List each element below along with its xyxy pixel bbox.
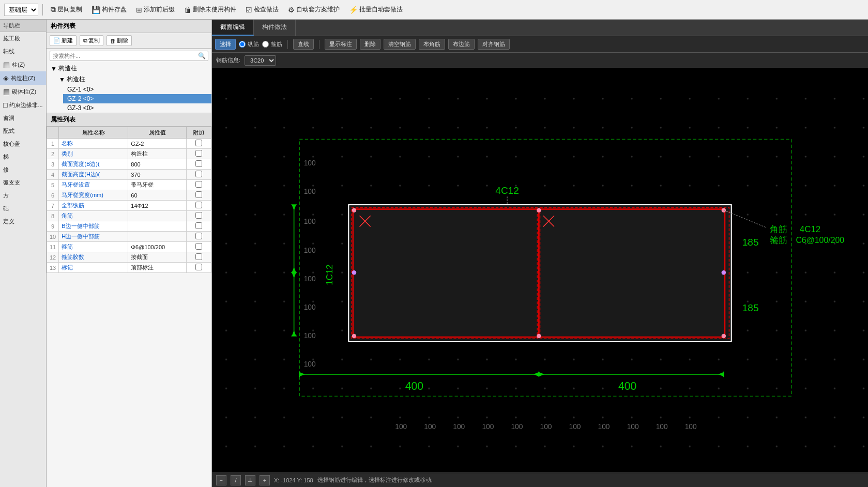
rebar-select[interactable]: 3C20 [245, 55, 276, 66]
check-method-btn[interactable]: ☑ 检查做法 [242, 4, 282, 16]
prop-row-name[interactable]: 类别 [59, 149, 128, 159]
status-perp-btn[interactable]: ⊥ [245, 475, 255, 485]
svg-text:100: 100 [598, 423, 610, 431]
copy-component-btn[interactable]: ⧉ 复制 [80, 35, 103, 46]
batch-auto-btn[interactable]: ⚡ 批量自动套做法 [345, 4, 406, 16]
prop-row-name[interactable]: 全部纵筋 [59, 201, 128, 211]
prop-row-value[interactable]: 带马牙槎 [128, 180, 186, 190]
main-canvas-svg: 400 400 185 185 4C12 角筋 箍筋 4C12 C6@100/2… [212, 68, 868, 473]
canvas-area: 截面编辑 构件做法 选择 纵筋 箍筋 直线 显示标注 删除 清空钢筋 布角筋 布… [212, 20, 868, 487]
stirrup-radio[interactable] [262, 41, 269, 48]
tree-node-construct-root[interactable]: ▼ 构造柱 [47, 63, 211, 74]
prop-row-checkbox[interactable] [186, 263, 211, 273]
prop-row-name[interactable]: B边一侧中部筋 [59, 221, 128, 232]
prop-row-name[interactable]: 角筋 [59, 211, 128, 221]
prop-row-name[interactable]: 马牙槎宽度(mm) [59, 190, 128, 201]
sidebar-item-masonry-column[interactable]: ▦ 砌体柱(Z) [0, 85, 46, 98]
status-line-btn[interactable]: / [231, 475, 241, 485]
status-corner-btn[interactable]: ⌐ [216, 475, 226, 485]
delete-component-btn[interactable]: 🗑 删除 [106, 35, 132, 46]
sidebar-item-core-cap[interactable]: 核心盖 [0, 138, 46, 150]
svg-text:100: 100 [304, 332, 316, 340]
delete-unused-btn[interactable]: 🗑 删除未使用构件 [180, 4, 240, 16]
prop-row-name[interactable]: 标记 [59, 263, 128, 273]
sidebar-item-config[interactable]: 配式 [0, 125, 46, 138]
layer-select[interactable]: 基础层 [4, 4, 38, 16]
svg-text:100: 100 [304, 188, 316, 195]
prop-row-value[interactable]: GZ-2 [128, 139, 186, 149]
prop-row-value[interactable] [128, 211, 186, 221]
prop-row-value[interactable]: 构造柱 [128, 149, 186, 159]
sidebar-item-column[interactable]: ▦ 柱(Z) [0, 58, 46, 71]
sidebar-item-constraint-edge[interactable]: □ 约束边缘非... [0, 98, 46, 112]
delete-tool-btn[interactable]: 删除 [360, 39, 380, 50]
line-tool-btn[interactable]: 直线 [293, 39, 314, 50]
sidebar-item-definition[interactable]: 定义 [0, 215, 46, 228]
canvas-tools-bar: 选择 纵筋 箍筋 直线 显示标注 删除 清空钢筋 布角筋 布边筋 对齐钢筋 [212, 36, 868, 53]
select-tool-btn[interactable]: 选择 [215, 39, 236, 50]
search-input[interactable] [50, 51, 196, 60]
sidebar-config-label: 配式 [3, 127, 14, 135]
sidebar-square-label: 方 [3, 192, 9, 200]
prop-row-value[interactable]: 370 [128, 170, 186, 180]
tree-node-gz3[interactable]: GZ-3 <0> [63, 103, 211, 113]
prop-row-checkbox[interactable] [186, 221, 211, 232]
sidebar-item-repair[interactable]: 修 [0, 163, 46, 176]
prop-row-value[interactable] [128, 232, 186, 242]
sidebar-item-support[interactable]: 弧支支 [0, 176, 46, 189]
floor-copy-btn[interactable]: ⧉ 层间复制 [47, 4, 86, 16]
component-list-title: 构件列表 [47, 20, 211, 33]
auto-scheme-btn[interactable]: ⚙ 自动套方案维护 [284, 4, 343, 16]
prop-row-name[interactable]: 截面宽度(B边)( [59, 159, 128, 170]
add-prefix-btn[interactable]: ⊞ 添加前后缀 [132, 4, 178, 16]
prop-row-value[interactable]: 顶部标注 [128, 263, 186, 273]
prop-row-value[interactable] [128, 221, 186, 232]
tab-section-edit[interactable]: 截面编辑 [212, 20, 254, 36]
prop-row-name[interactable]: 箍筋 [59, 242, 128, 252]
check-method-label: 检查做法 [254, 5, 279, 14]
prop-row-value[interactable]: 60 [128, 190, 186, 201]
tree-node-construct-sub[interactable]: ▼ 构造柱 [55, 74, 211, 85]
prop-row-name[interactable]: 箍筋胶数 [59, 252, 128, 263]
tree-node-gz1[interactable]: GZ-1 <0> [63, 85, 211, 94]
prop-row-value[interactable]: 按截面 [128, 252, 186, 263]
prop-row-checkbox[interactable] [186, 242, 211, 252]
sidebar-item-window[interactable]: 窗洞 [0, 112, 46, 125]
clear-rebar-btn[interactable]: 清空钢筋 [384, 39, 416, 50]
prop-row-checkbox[interactable] [186, 180, 211, 190]
sidebar-item-construction-stage[interactable]: 施工段 [0, 32, 46, 45]
prop-row-value[interactable]: Φ6@100/200 [128, 242, 186, 252]
prop-row-checkbox[interactable] [186, 139, 211, 149]
new-component-btn[interactable]: 📄 新建 [50, 35, 77, 46]
sidebar-item-axis[interactable]: 轴线 [0, 45, 46, 58]
show-label-btn[interactable]: 显示标注 [325, 39, 357, 50]
layout-rebar-btn[interactable]: 布角筋 [419, 39, 445, 50]
tree-node-gz2[interactable]: GZ-2 <0> [63, 94, 211, 103]
prop-row-checkbox[interactable] [186, 211, 211, 221]
layout-edge-btn[interactable]: 布边筋 [448, 39, 475, 50]
sidebar-item-square[interactable]: 方 [0, 189, 46, 202]
prop-row-checkbox[interactable] [186, 159, 211, 170]
prop-row-name[interactable]: 名称 [59, 139, 128, 149]
canvas-drawing[interactable]: 400 400 185 185 4C12 角筋 箍筋 4C12 C6@100/2… [212, 68, 868, 473]
svg-point-21 [722, 270, 726, 275]
longitudinal-radio[interactable] [239, 41, 246, 48]
prop-row-checkbox[interactable] [186, 201, 211, 211]
status-plus-btn[interactable]: + [260, 475, 270, 485]
component-save-btn[interactable]: 💾 构件存盘 [88, 4, 130, 16]
tab-component-method[interactable]: 构件做法 [254, 20, 296, 36]
prop-row-name[interactable]: 截面高度(H边)( [59, 170, 128, 180]
align-rebar-btn[interactable]: 对齐钢筋 [478, 39, 510, 50]
prop-row-checkbox[interactable] [186, 232, 211, 242]
prop-row-name[interactable]: H边一侧中部筋 [59, 232, 128, 242]
prop-row-value[interactable]: 14Φ12 [128, 201, 186, 211]
prop-row-checkbox[interactable] [186, 252, 211, 263]
prop-row-checkbox[interactable] [186, 149, 211, 159]
prop-row-checkbox[interactable] [186, 170, 211, 180]
sidebar-item-stair[interactable]: 梯 [0, 150, 46, 163]
sidebar-item-construct-column[interactable]: ◈ 构造柱(Z) [0, 71, 46, 85]
prop-row-checkbox[interactable] [186, 190, 211, 201]
prop-row-name[interactable]: 马牙槎设置 [59, 180, 128, 190]
prop-row-value[interactable]: 800 [128, 159, 186, 170]
sidebar-item-foundation[interactable]: 础 [0, 202, 46, 215]
